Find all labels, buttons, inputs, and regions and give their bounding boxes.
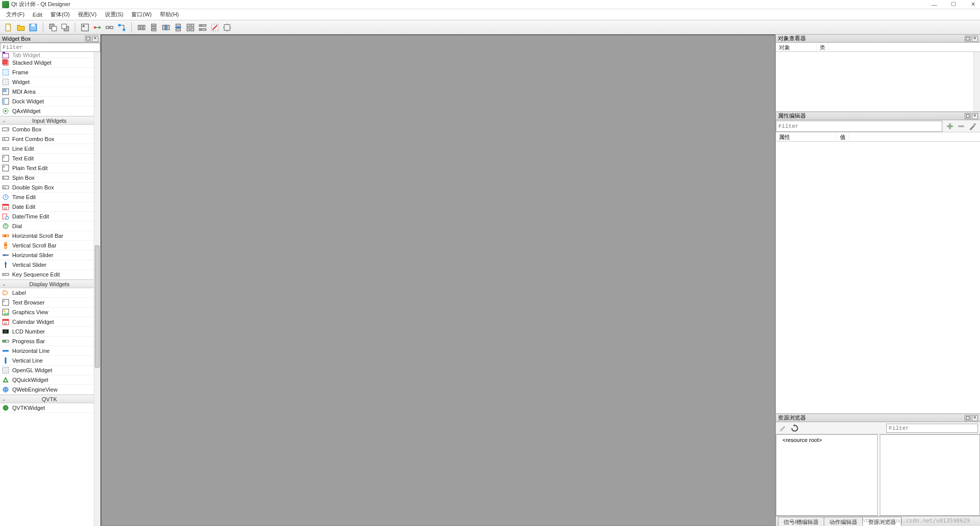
resource-browser-titlebar[interactable]: 资源浏览器 ✕ <box>776 414 980 422</box>
resource-filter-input[interactable] <box>886 424 978 433</box>
widget-item[interactable]: 12Date Edit <box>0 202 94 212</box>
widget-item[interactable]: QVTKWidget <box>0 403 94 413</box>
widget-item[interactable]: OpenGL Widget <box>0 366 94 375</box>
widget-item[interactable]: AIText Browser <box>0 298 94 308</box>
remove-property-icon[interactable] <box>957 122 966 131</box>
save-icon[interactable] <box>27 22 39 33</box>
dock-close-icon[interactable]: ✕ <box>972 113 978 119</box>
widget-item[interactable]: Graphics View <box>0 308 94 317</box>
widget-item[interactable]: Widget <box>0 77 94 87</box>
widget-box-filter[interactable] <box>0 43 100 52</box>
dock-float-icon[interactable] <box>965 113 971 119</box>
menu-help[interactable]: 帮助(H) <box>156 10 183 19</box>
widget-item[interactable]: Tab Widget <box>0 52 94 58</box>
dock-close-icon[interactable]: ✕ <box>972 415 978 421</box>
property-filter-input[interactable] <box>776 121 942 132</box>
layout-form-icon[interactable] <box>197 22 208 33</box>
resource-root-item[interactable]: <resource root> <box>782 437 871 443</box>
tab-signal-slot[interactable]: 信号/槽编辑器 <box>778 517 824 526</box>
close-button[interactable]: ✕ <box>968 1 978 8</box>
object-inspector-scrollbar[interactable] <box>973 52 980 112</box>
value-column-header[interactable]: 值 <box>837 132 849 141</box>
send-back-icon[interactable] <box>47 22 59 33</box>
menu-settings[interactable]: 设置(S) <box>101 10 128 19</box>
layout-vertical-icon[interactable] <box>148 22 159 33</box>
widget-item[interactable]: Dial <box>0 222 94 231</box>
widget-item[interactable]: AIText Edit <box>0 154 94 163</box>
widget-item[interactable]: 1.0Double Spin Box <box>0 183 94 192</box>
widget-box-scrollbar[interactable] <box>94 52 100 526</box>
edit-resource-icon[interactable] <box>778 424 787 433</box>
edit-buddies-icon[interactable] <box>104 22 115 33</box>
widget-item[interactable]: Dock Widget <box>0 97 94 106</box>
edit-widgets-icon[interactable] <box>79 22 91 33</box>
open-file-icon[interactable] <box>15 22 26 33</box>
widget-box-list[interactable]: Tab WidgetStacked WidgetFrameWidgetMDI A… <box>0 52 100 526</box>
widget-item[interactable]: Date/Time Edit <box>0 212 94 222</box>
dock-close-icon[interactable]: ✕ <box>972 36 978 42</box>
dock-float-icon[interactable] <box>965 36 971 42</box>
widget-item[interactable]: 1Spin Box <box>0 173 94 183</box>
break-layout-icon[interactable] <box>209 22 220 33</box>
object-inspector-body[interactable] <box>776 52 980 112</box>
widget-category-header[interactable]: ⌄QVTK <box>0 395 94 403</box>
minimize-button[interactable]: — <box>929 1 939 8</box>
object-column-header[interactable]: 对象 <box>776 43 817 51</box>
resource-tree[interactable]: <resource root> <box>776 434 878 516</box>
widget-item[interactable]: QQuickWidget <box>0 375 94 385</box>
widget-item[interactable]: Progress Bar <box>0 337 94 346</box>
menu-form[interactable]: 窗体(O) <box>46 10 74 19</box>
widget-item[interactable]: Vertical Slider <box>0 260 94 270</box>
widget-item[interactable]: Vertical Line <box>0 356 94 366</box>
widget-item[interactable]: abcKey Sequence Edit <box>0 270 94 280</box>
widget-item[interactable]: Combo Box <box>0 125 94 134</box>
object-inspector-titlebar[interactable]: 对象查看器 ✕ <box>776 35 980 43</box>
widget-item[interactable]: Vertical Scroll Bar <box>0 241 94 251</box>
widget-item[interactable]: MDI Area <box>0 87 94 97</box>
layout-vertical-splitter-icon[interactable] <box>173 22 184 33</box>
widget-item[interactable]: Stacked Widget <box>0 58 94 68</box>
class-column-header[interactable]: 类 <box>817 43 829 51</box>
widget-item[interactable]: Horizontal Line <box>0 346 94 356</box>
mdi-area[interactable] <box>101 35 775 526</box>
widget-item[interactable]: Horizontal Slider <box>0 251 94 260</box>
widget-item[interactable]: abLine Edit <box>0 144 94 154</box>
menu-view[interactable]: 视图(V) <box>74 10 101 19</box>
reload-resource-icon[interactable] <box>790 424 799 433</box>
widget-item[interactable]: Label <box>0 288 94 298</box>
edit-tab-order-icon[interactable] <box>116 22 127 33</box>
widget-item[interactable]: QAxWidget <box>0 106 94 116</box>
configure-icon[interactable] <box>968 122 977 131</box>
dock-close-icon[interactable]: ✕ <box>92 36 98 42</box>
new-file-icon[interactable] <box>3 22 14 33</box>
layout-horizontal-splitter-icon[interactable] <box>160 22 172 33</box>
tab-action-editor[interactable]: 动作编辑器 <box>824 517 863 526</box>
widget-item[interactable]: QWebEngineView <box>0 385 94 395</box>
menu-edit[interactable]: Edit <box>29 11 46 19</box>
maximize-button[interactable]: ☐ <box>948 1 959 8</box>
widget-item[interactable]: AIPlain Text Edit <box>0 163 94 173</box>
widget-item[interactable]: Horizontal Scroll Bar <box>0 231 94 241</box>
widget-category-header[interactable]: ⌄Input Widgets <box>0 116 94 125</box>
property-editor-body[interactable] <box>776 142 980 413</box>
scrollbar-thumb[interactable] <box>95 245 100 368</box>
dock-float-icon[interactable] <box>965 415 971 421</box>
property-column-header[interactable]: 属性 <box>776 132 837 141</box>
widget-item[interactable]: AFont Combo Box <box>0 134 94 144</box>
add-property-icon[interactable] <box>945 122 955 131</box>
layout-grid-icon[interactable] <box>185 22 196 33</box>
widget-item[interactable]: Frame <box>0 68 94 77</box>
menu-window[interactable]: 窗口(W) <box>127 10 156 19</box>
widget-item[interactable]: 42LCD Number <box>0 327 94 337</box>
menu-file[interactable]: 文件(F) <box>2 10 29 19</box>
adjust-size-icon[interactable] <box>221 22 233 33</box>
edit-signals-icon[interactable] <box>92 22 103 33</box>
bring-front-icon[interactable] <box>60 22 71 33</box>
layout-horizontal-icon[interactable] <box>136 22 147 33</box>
widget-item[interactable]: 12Calendar Widget <box>0 317 94 327</box>
resource-preview[interactable] <box>880 434 980 516</box>
dock-float-icon[interactable] <box>85 36 91 42</box>
widget-item[interactable]: Time Edit <box>0 192 94 202</box>
widget-box-titlebar[interactable]: Widget Box ✕ <box>0 35 100 43</box>
widget-category-header[interactable]: ⌄Display Widgets <box>0 280 94 288</box>
